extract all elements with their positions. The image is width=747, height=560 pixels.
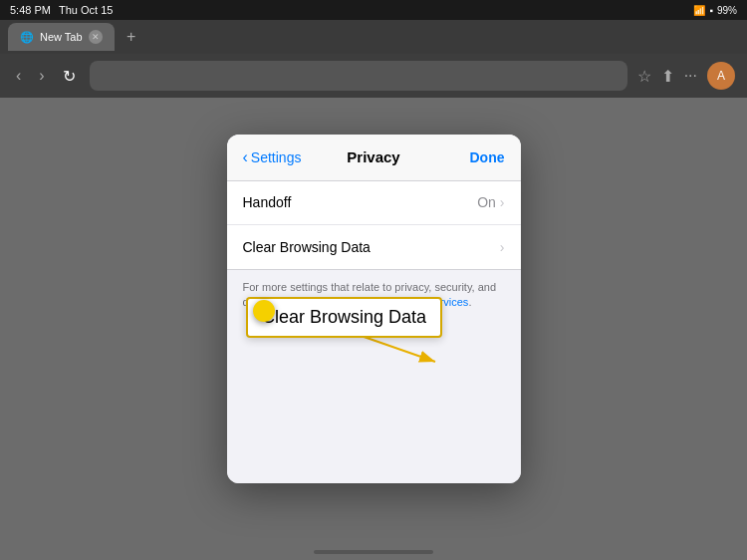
- reload-button[interactable]: ↻: [59, 63, 80, 90]
- nav-controls: ‹ › ↻ ☆ ⬆ ··· A: [0, 54, 747, 98]
- status-left: 5:48 PM Thu Oct 15: [10, 4, 113, 16]
- panel-done-button[interactable]: Done: [470, 149, 505, 165]
- status-time: 5:48 PM: [10, 4, 51, 16]
- active-tab[interactable]: 🌐 New Tab ✕: [8, 23, 115, 51]
- tab-label: New Tab: [40, 31, 83, 43]
- battery-level: 99%: [717, 5, 737, 16]
- status-day: Thu Oct 15: [59, 4, 113, 16]
- status-bar: 5:48 PM Thu Oct 15 📶 ▪ 99%: [0, 0, 747, 20]
- tab-favicon: 🌐: [20, 31, 34, 44]
- clear-browsing-data-label: Clear Browsing Data: [243, 239, 371, 255]
- handoff-chevron-icon: ›: [500, 194, 505, 210]
- panel-back-button[interactable]: ‹ Settings: [243, 148, 302, 166]
- bookmark-button[interactable]: ☆: [637, 67, 651, 86]
- handoff-right: On ›: [477, 194, 504, 210]
- modal-overlay: ‹ Settings Privacy Done Handoff On ›: [0, 98, 747, 560]
- settings-panel: ‹ Settings Privacy Done Handoff On ›: [227, 135, 521, 484]
- address-bar[interactable]: [90, 61, 627, 91]
- home-indicator: [314, 550, 433, 554]
- panel-header: ‹ Settings Privacy Done: [227, 135, 521, 181]
- panel-title: Privacy: [347, 148, 399, 165]
- tab-bar: 🌐 New Tab ✕ +: [0, 20, 747, 54]
- main-content: ‹ Settings Privacy Done Handoff On ›: [0, 98, 747, 560]
- tab-close-button[interactable]: ✕: [89, 30, 103, 44]
- avatar[interactable]: A: [707, 62, 735, 90]
- clear-browsing-data-row[interactable]: Clear Browsing Data ›: [227, 225, 521, 269]
- handoff-value: On: [477, 194, 496, 210]
- back-button[interactable]: ‹: [12, 63, 25, 89]
- description-end: .: [468, 296, 471, 308]
- clear-browsing-data-chevron-icon: ›: [500, 239, 505, 255]
- clear-browsing-data-right: ›: [500, 239, 505, 255]
- panel-section: Handoff On › Clear Browsing Data ›: [227, 181, 521, 270]
- more-button[interactable]: ···: [684, 67, 697, 85]
- panel-description: For more settings that relate to privacy…: [227, 270, 521, 325]
- status-right: 📶 ▪ 99%: [693, 5, 737, 16]
- wifi-icon: 📶: [693, 5, 705, 16]
- sync-google-link[interactable]: Sync and Google Services: [340, 296, 469, 308]
- back-chevron-icon: ‹: [243, 148, 248, 166]
- battery-icon: ▪: [709, 5, 713, 16]
- panel-empty-area: [227, 324, 521, 483]
- handoff-label: Handoff: [243, 194, 292, 210]
- nav-right-icons: ☆ ⬆ ··· A: [637, 62, 735, 90]
- new-tab-button[interactable]: +: [121, 26, 142, 48]
- handoff-row[interactable]: Handoff On ›: [227, 181, 521, 225]
- share-button[interactable]: ⬆: [661, 67, 674, 86]
- panel-back-label: Settings: [251, 149, 302, 165]
- forward-button[interactable]: ›: [35, 63, 48, 89]
